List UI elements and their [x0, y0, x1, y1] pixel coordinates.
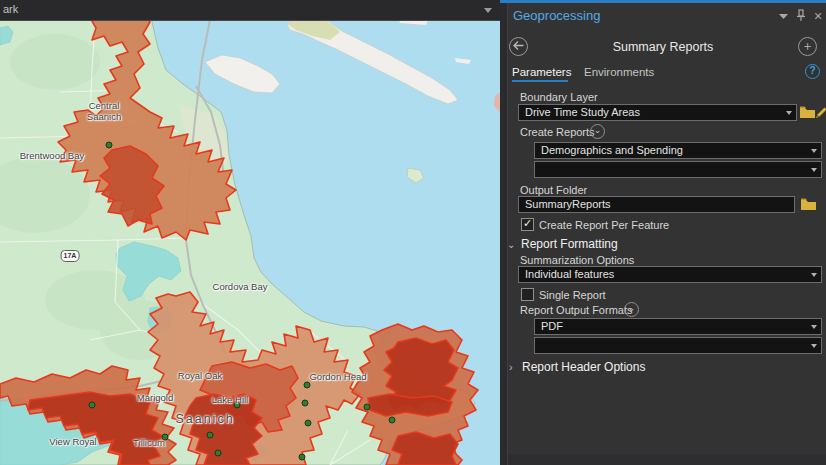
help-icon[interactable]: ? [805, 64, 820, 79]
panel-pin-icon[interactable] [794, 9, 808, 23]
store-location-dot[interactable] [299, 454, 306, 461]
store-location-dot[interactable] [215, 450, 222, 457]
edit-pencil-icon[interactable] [814, 105, 826, 122]
store-location-dot[interactable] [389, 417, 396, 424]
store-location-dot[interactable] [89, 402, 96, 409]
store-location-dot[interactable] [106, 142, 113, 149]
geoprocessing-panel: Geoprocessing ✕ Summary Reports ＋ Parame… [500, 0, 826, 465]
chevron-down-icon [811, 273, 817, 277]
map-label-gordon-head: Gordon Head [309, 371, 366, 382]
chevron-down-icon[interactable] [484, 8, 492, 13]
report-output-formats-row2-combo[interactable] [534, 337, 822, 354]
store-location-dot[interactable] [304, 382, 311, 389]
chevron-down-icon [811, 168, 817, 172]
map-view[interactable]: ark Central Saanich Brentwood Bay Cordov… [0, 0, 501, 465]
report-output-formats-label: Report Output Formats [520, 304, 633, 316]
map-label-central-saanich: Central Saanich [77, 100, 131, 122]
map-label-lake-hill: Lake Hill [212, 394, 248, 405]
tab-environments[interactable]: Environments [584, 66, 654, 78]
panel-active-indicator [500, 0, 826, 3]
map-tab-bar: ark [0, 0, 500, 21]
arcgis-pro-window: ark Central Saanich Brentwood Bay Cordov… [0, 0, 826, 465]
map-tab-title[interactable]: ark [3, 3, 18, 15]
section-report-formatting[interactable]: Report Formatting [521, 237, 618, 251]
summarization-options-value: Individual features [525, 268, 614, 280]
list-collapse-icon[interactable]: ⌄ [590, 124, 605, 139]
panel-left-gutter [500, 3, 508, 465]
create-report-per-feature-label: Create Report Per Feature [539, 219, 669, 231]
summarization-options-combo[interactable]: Individual features [518, 266, 822, 283]
back-button[interactable] [509, 37, 528, 56]
map-label-tillicum: Tillicum [133, 437, 165, 448]
boundary-layer-value: Drive Time Study Areas [525, 106, 640, 118]
map-label-saanich: Saanich [175, 412, 234, 426]
tool-title: Summary Reports [540, 40, 786, 54]
report-output-formats-row1-combo[interactable]: PDF [534, 318, 822, 335]
highway-17a-shield: 17A [61, 250, 80, 262]
chevron-down-icon [811, 344, 817, 348]
store-location-dot[interactable] [302, 400, 309, 407]
output-folder-label: Output Folder [520, 184, 587, 196]
tab-parameters[interactable]: Parameters [512, 66, 571, 78]
section-report-header-options[interactable]: Report Header Options [522, 360, 645, 374]
create-reports-label: Create Reports [520, 126, 595, 138]
summarization-options-label: Summarization Options [520, 254, 634, 266]
report-output-formats-row1-value: PDF [541, 320, 563, 332]
section-collapsed-icon[interactable]: › [509, 361, 513, 373]
chevron-down-icon [786, 111, 792, 115]
map-label-marigold: Marigold [137, 392, 173, 403]
drive-time-gordon-head-arm [368, 394, 452, 416]
browse-folder-icon[interactable] [800, 197, 818, 214]
map-label-cordova-bay: Cordova Bay [213, 281, 268, 292]
chevron-down-icon [811, 325, 817, 329]
create-reports-row1-value: Demographics and Spending [541, 144, 683, 156]
add-to-model-button[interactable]: ＋ [798, 37, 817, 56]
create-report-per-feature-checkbox[interactable] [521, 218, 534, 231]
drive-time-gordon-head-south [392, 432, 458, 465]
create-reports-row2-combo[interactable] [534, 161, 822, 178]
active-tab-underline [512, 80, 568, 82]
boundary-layer-combo[interactable]: Drive Time Study Areas [518, 104, 797, 121]
panel-close-icon[interactable]: ✕ [811, 9, 825, 23]
store-location-dot[interactable] [207, 432, 214, 439]
single-report-label: Single Report [539, 289, 606, 301]
output-folder-input[interactable]: SummaryReports [518, 196, 795, 213]
create-reports-row1-combo[interactable]: Demographics and Spending [534, 142, 822, 159]
map-canvas[interactable] [0, 0, 500, 465]
map-label-brentwood-bay: Brentwood Bay [20, 150, 84, 161]
chevron-down-icon [811, 149, 817, 153]
map-label-royal-oak: Royal Oak [178, 370, 222, 381]
output-folder-value: SummaryReports [525, 198, 611, 210]
store-location-dot[interactable] [305, 420, 312, 427]
panel-title: Geoprocessing [513, 8, 600, 23]
map-label-view-royal: View Royal [49, 436, 96, 447]
list-collapse-icon[interactable]: ⌄ [624, 302, 639, 317]
store-location-dot[interactable] [364, 404, 371, 411]
panel-footer [508, 454, 826, 465]
boundary-layer-label: Boundary Layer [520, 91, 598, 103]
section-expanded-icon[interactable]: ⌄ [507, 239, 515, 250]
single-report-checkbox[interactable] [521, 288, 534, 301]
panel-collapse-icon[interactable] [776, 9, 790, 23]
